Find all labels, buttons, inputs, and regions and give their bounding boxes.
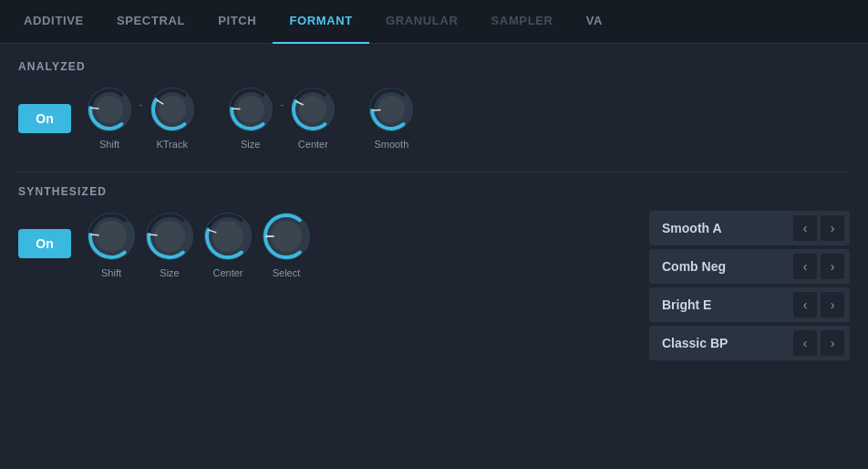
tab-pitch[interactable]: PITCH — [202, 0, 273, 44]
svg-line-20 — [150, 234, 157, 235]
synthesized-row: On Shift Size Cente — [18, 211, 850, 360]
dash-2: - — [280, 98, 284, 112]
knob-item-center: Center — [289, 86, 336, 150]
preset-list: Smooth A‹›Comb Neg‹›Bright E‹›Classic BP… — [649, 211, 850, 360]
synthesized-content: Shift Size Center Select Sm — [86, 211, 850, 360]
analyzed-section: ANALYZED On Shift- KTrack — [18, 60, 850, 162]
section-divider — [18, 172, 850, 172]
knob-ktrack[interactable] — [149, 86, 196, 133]
preset-prev-comb-neg[interactable]: ‹ — [793, 254, 817, 279]
synthesized-on-button[interactable]: On — [18, 229, 71, 258]
knob-label-smooth: Smooth — [374, 139, 408, 150]
analyzed-row: On Shift- KTrack Size- — [18, 86, 850, 150]
preset-prev-smooth-a[interactable]: ‹ — [793, 215, 817, 241]
knob-item-select: Select — [261, 211, 312, 278]
svg-point-25 — [271, 221, 302, 252]
preset-name-comb-neg: Comb Neg — [662, 259, 790, 274]
tab-bar: ADDITIVESPECTRALPITCHFORMANTGRANULARSAMP… — [0, 0, 868, 44]
knob-label-shift: Shift — [99, 139, 119, 150]
tab-va[interactable]: VA — [570, 0, 619, 44]
analyzed-knob-group-shift: Shift- KTrack — [86, 86, 196, 150]
knob-item-shift: Shift — [86, 86, 133, 150]
preset-prev-bright-e[interactable]: ‹ — [793, 292, 817, 318]
preset-row-comb-neg: Comb Neg‹› — [649, 249, 850, 284]
tab-additive[interactable]: ADDITIVE — [7, 0, 100, 44]
svg-point-4 — [159, 96, 186, 123]
main-content: ANALYZED On Shift- KTrack — [0, 44, 868, 390]
tab-sampler: SAMPLER — [475, 0, 570, 44]
knob-select[interactable] — [261, 211, 312, 262]
knob-item-smooth: Smooth — [367, 86, 415, 150]
analyzed-knobs-row: Shift- KTrack Size- Center — [86, 86, 850, 150]
knob-label-size2: Size — [160, 267, 179, 278]
preset-name-classic-bp: Classic BP — [662, 336, 790, 350]
knob-item-shift2: Shift — [86, 211, 137, 278]
svg-point-10 — [299, 96, 326, 123]
preset-next-bright-e[interactable]: › — [821, 292, 844, 318]
preset-next-classic-bp[interactable]: › — [821, 330, 844, 356]
svg-line-17 — [91, 234, 98, 235]
synthesized-section: SYNTHESIZED On Shift Size — [18, 185, 850, 373]
preset-next-smooth-a[interactable]: › — [821, 215, 844, 241]
knob-item-center2: Center — [202, 211, 253, 278]
svg-point-16 — [96, 221, 127, 252]
knob-label-select: Select — [273, 267, 301, 278]
tab-formant[interactable]: FORMANT — [273, 0, 369, 44]
preset-row-smooth-a: Smooth A‹› — [649, 211, 850, 245]
knob-size[interactable] — [227, 86, 274, 133]
preset-name-bright-e: Bright E — [662, 297, 790, 312]
svg-point-13 — [377, 96, 405, 123]
svg-point-1 — [96, 96, 123, 123]
knob-smooth[interactable] — [367, 86, 415, 133]
knob-center[interactable] — [289, 86, 336, 133]
tab-granular: GRANULAR — [369, 0, 475, 44]
knob-label-center: Center — [298, 139, 328, 150]
knob-label-shift2: Shift — [101, 267, 121, 278]
knob-center2[interactable] — [202, 211, 253, 262]
synthesized-title: SYNTHESIZED — [18, 185, 850, 198]
knob-shift2[interactable] — [86, 211, 137, 262]
knob-label-size: Size — [241, 139, 260, 150]
svg-point-7 — [237, 96, 264, 123]
knob-size2[interactable] — [144, 211, 195, 262]
svg-point-19 — [154, 221, 185, 252]
preset-name-smooth-a: Smooth A — [662, 221, 790, 235]
knob-item-size2: Size — [144, 211, 195, 278]
preset-row-bright-e: Bright E‹› — [649, 287, 850, 322]
preset-row-classic-bp: Classic BP‹› — [649, 326, 850, 360]
knob-item-size: Size — [227, 86, 274, 150]
dash-1: - — [139, 98, 143, 112]
analyzed-title: ANALYZED — [18, 60, 850, 73]
knob-shift[interactable] — [86, 86, 133, 133]
knob-item-ktrack: KTrack — [149, 86, 196, 150]
analyzed-knob-group-size: Size- Center — [227, 86, 337, 150]
preset-next-comb-neg[interactable]: › — [821, 254, 844, 279]
synthesized-knobs-area: Shift Size Center Select — [86, 211, 312, 278]
knob-label-center2: Center — [212, 267, 243, 278]
svg-line-2 — [91, 108, 98, 109]
knob-label-ktrack: KTrack — [156, 139, 187, 150]
analyzed-on-button[interactable]: On — [18, 104, 71, 133]
preset-prev-classic-bp[interactable]: ‹ — [793, 330, 817, 356]
svg-point-22 — [212, 221, 243, 252]
tab-spectral[interactable]: SPECTRAL — [100, 0, 202, 44]
